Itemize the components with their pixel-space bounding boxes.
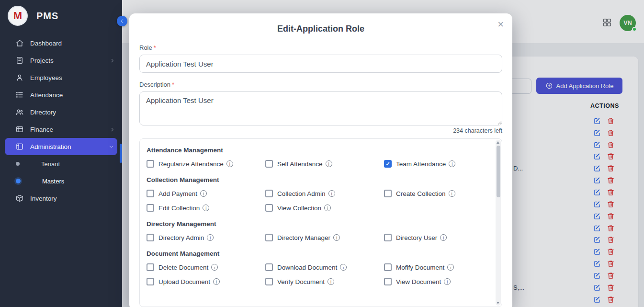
info-icon[interactable]: i bbox=[203, 205, 209, 211]
permission-group-title: Collection Management bbox=[147, 176, 487, 183]
info-icon[interactable]: i bbox=[213, 278, 220, 285]
sidebar-item-dashboard[interactable]: Dashboard bbox=[0, 34, 122, 52]
checkbox-icon[interactable] bbox=[147, 234, 154, 241]
modal-title: Edit-Application Role bbox=[277, 24, 364, 34]
close-icon[interactable]: × bbox=[497, 19, 504, 30]
checkbox-icon[interactable] bbox=[384, 234, 392, 241]
checkbox-icon[interactable] bbox=[265, 190, 273, 197]
permission-item-add-payment[interactable]: Add Paymenti bbox=[147, 190, 265, 197]
permission-item-view-collection[interactable]: View Collectioni bbox=[265, 204, 384, 212]
sidebar-item-label: Inventory bbox=[30, 195, 57, 202]
checkbox-icon[interactable] bbox=[147, 190, 154, 197]
permission-item-regularize-attendance[interactable]: Regularize Attendancei bbox=[147, 160, 265, 168]
info-icon[interactable]: i bbox=[444, 278, 451, 285]
description-textarea[interactable]: Application Test User bbox=[139, 91, 502, 125]
sidebar-subitem-masters[interactable]: Masters bbox=[0, 172, 122, 190]
sidebar-subitem-tenant[interactable]: Tenant bbox=[0, 155, 122, 172]
permission-label: View Document bbox=[396, 278, 441, 285]
app-logo-letter: M bbox=[13, 10, 22, 22]
administration-icon bbox=[15, 142, 24, 151]
scrollbar-thumb[interactable] bbox=[497, 146, 500, 197]
permission-item-self-attendance[interactable]: Self Attendancei bbox=[265, 160, 384, 168]
info-icon[interactable]: i bbox=[324, 205, 331, 211]
permission-item-collection-admin[interactable]: Collection Admini bbox=[265, 190, 384, 197]
sidebar-item-projects[interactable]: Projects bbox=[0, 52, 122, 69]
permission-item-edit-collection[interactable]: Edit Collectioni bbox=[147, 204, 265, 212]
description-label: Description* bbox=[139, 81, 502, 88]
checkbox-icon[interactable]: ✓ bbox=[384, 160, 392, 168]
permission-group-title: Attendance Management bbox=[147, 147, 487, 154]
permission-group-title: Document Management bbox=[147, 250, 487, 257]
projects-icon bbox=[15, 56, 24, 65]
permission-item-delete-document[interactable]: Delete Documenti bbox=[147, 263, 265, 271]
permission-item-mofify-document[interactable]: Mofify Documenti bbox=[384, 263, 502, 271]
permission-item-directory-admin[interactable]: Directory Admini bbox=[147, 234, 265, 241]
checkbox-icon[interactable] bbox=[147, 160, 154, 168]
checkbox-icon[interactable] bbox=[384, 190, 392, 197]
modal-body: Role* Description* Application Test User… bbox=[129, 44, 512, 307]
sidebar-item-label: Employees bbox=[30, 74, 62, 81]
bullet-icon bbox=[16, 179, 21, 183]
info-icon[interactable]: i bbox=[440, 234, 447, 241]
permissions-list: Attendance ManagementRegularize Attendan… bbox=[140, 139, 502, 302]
permission-item-directory-manager[interactable]: Directory Manageri bbox=[265, 234, 384, 241]
scroll-up-arrow-icon[interactable] bbox=[497, 141, 499, 144]
sidebar-item-employees[interactable]: Employees bbox=[0, 69, 122, 86]
info-icon[interactable]: i bbox=[328, 190, 335, 197]
permission-item-download-document[interactable]: Download Documenti bbox=[265, 263, 384, 271]
info-icon[interactable]: i bbox=[333, 234, 340, 241]
permission-item-create-collection[interactable]: Create Collectioni bbox=[384, 190, 502, 197]
info-icon[interactable]: i bbox=[200, 190, 207, 197]
permission-label: Regularize Attendance bbox=[158, 160, 224, 168]
permission-group: Document ManagementDelete DocumentiDownl… bbox=[147, 250, 487, 285]
sidebar-item-directory[interactable]: Directory bbox=[0, 103, 122, 121]
checkbox-icon[interactable] bbox=[265, 263, 273, 271]
info-icon[interactable]: i bbox=[326, 160, 332, 167]
permission-label: Verify Document bbox=[277, 278, 325, 285]
permission-item-upload-document[interactable]: Upload Documenti bbox=[147, 278, 265, 285]
chevron-down-icon bbox=[108, 144, 114, 150]
permission-label: Directory User bbox=[396, 234, 437, 241]
modal-header: Edit-Application Role × bbox=[129, 13, 512, 44]
sidebar-item-administration[interactable]: Administration bbox=[5, 138, 117, 155]
sidebar-item-inventory[interactable]: Inventory bbox=[0, 190, 122, 207]
role-input[interactable] bbox=[139, 55, 502, 73]
info-icon[interactable]: i bbox=[449, 190, 455, 197]
info-icon[interactable]: i bbox=[328, 278, 334, 285]
info-icon[interactable]: i bbox=[211, 264, 218, 271]
permission-label: Directory Manager bbox=[277, 234, 330, 241]
sidebar-item-finance[interactable]: Finance bbox=[0, 121, 122, 138]
checkbox-icon[interactable] bbox=[265, 278, 273, 285]
sidebar-item-attendance[interactable]: Attendance bbox=[0, 86, 122, 103]
checkbox-icon[interactable] bbox=[265, 204, 273, 212]
info-icon[interactable]: i bbox=[449, 160, 455, 167]
info-icon[interactable]: i bbox=[226, 160, 233, 167]
role-label: Role* bbox=[139, 44, 502, 51]
permissions-scrollbar[interactable] bbox=[496, 140, 501, 306]
sidebar-collapse-button[interactable] bbox=[117, 16, 127, 26]
checkbox-icon[interactable] bbox=[265, 234, 273, 241]
required-asterisk: * bbox=[172, 81, 174, 88]
sidebar-item-label: Projects bbox=[30, 57, 54, 64]
info-icon[interactable]: i bbox=[207, 234, 214, 241]
permission-label: Team Attendance bbox=[396, 160, 446, 168]
checkbox-icon[interactable] bbox=[147, 278, 154, 285]
checkbox-icon[interactable] bbox=[147, 263, 154, 271]
info-icon[interactable]: i bbox=[340, 264, 347, 271]
permission-item-team-attendance[interactable]: ✓Team Attendancei bbox=[384, 160, 502, 168]
chevron-right-icon bbox=[109, 57, 115, 64]
permission-item-directory-user[interactable]: Directory Useri bbox=[384, 234, 502, 241]
checkbox-icon[interactable] bbox=[265, 160, 273, 168]
checkbox-icon[interactable] bbox=[384, 263, 392, 271]
info-icon[interactable]: i bbox=[447, 264, 454, 271]
checkbox-icon[interactable] bbox=[147, 204, 154, 212]
permission-item-view-document[interactable]: View Documenti bbox=[384, 278, 502, 285]
permission-item-verify-document[interactable]: Verify Documenti bbox=[265, 278, 384, 285]
characters-left-counter: 234 characters left bbox=[139, 127, 502, 134]
sidebar: M PMS DashboardProjectsEmployeesAttendan… bbox=[0, 0, 122, 307]
sidebar-subitem-label: Tenant bbox=[41, 160, 60, 168]
scroll-down-arrow-icon[interactable] bbox=[497, 302, 499, 304]
sidebar-item-label: Administration bbox=[30, 143, 71, 150]
app-logo-row: M PMS bbox=[0, 0, 122, 32]
checkbox-icon[interactable] bbox=[384, 278, 392, 285]
